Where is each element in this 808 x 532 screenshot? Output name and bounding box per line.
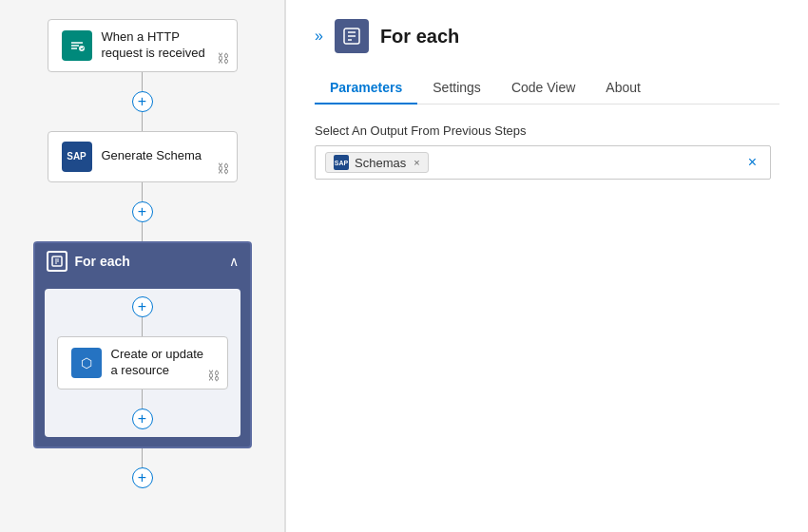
- http-icon: [62, 30, 92, 61]
- line: [142, 72, 144, 91]
- inner-connector-top: +: [132, 296, 153, 336]
- tab-about[interactable]: About: [590, 72, 656, 104]
- tab-settings[interactable]: Settings: [417, 72, 496, 104]
- add-inner-step-button-2[interactable]: +: [132, 408, 153, 429]
- tag-label: Schemas: [355, 156, 406, 170]
- add-step-button-2[interactable]: +: [132, 201, 153, 222]
- field-label: Select An Output From Previous Steps: [315, 124, 779, 138]
- svg-point-1: [79, 46, 85, 51]
- add-step-button-3[interactable]: +: [132, 467, 153, 488]
- tag-remove-button[interactable]: ×: [414, 157, 419, 168]
- foreach-icon: [47, 251, 67, 272]
- tab-bar: Parameters Settings Code View About: [315, 72, 779, 104]
- foreach-header[interactable]: For each ∧: [35, 243, 250, 279]
- http-request-node[interactable]: When a HTTP request is received ⛓: [48, 19, 238, 72]
- http-node-label: When a HTTP request is received: [102, 29, 223, 62]
- line: [142, 112, 144, 131]
- tab-parameters[interactable]: Parameters: [315, 72, 417, 104]
- workflow-canvas: When a HTTP request is received ⛓ + SAP …: [0, 0, 285, 532]
- generate-schema-node[interactable]: SAP Generate Schema ⛓: [48, 131, 238, 182]
- expand-button[interactable]: »: [315, 28, 323, 45]
- link-icon-2: ⛓: [217, 162, 229, 176]
- foreach-container: For each ∧ + ⬡ Create or update a resour…: [33, 241, 252, 448]
- inner-connector-bottom: +: [132, 390, 153, 429]
- foreach-inner: + ⬡ Create or update a resource ⛓ +: [45, 289, 240, 437]
- connector-2: +: [132, 182, 153, 241]
- schema-node-label: Generate Schema: [102, 148, 202, 164]
- sap-icon: SAP: [62, 142, 92, 172]
- chevron-right-icon: »: [315, 28, 323, 45]
- line: [142, 448, 144, 467]
- panel-title: For each: [380, 26, 459, 48]
- create-resource-node[interactable]: ⬡ Create or update a resource ⛓: [57, 336, 228, 390]
- collapse-button[interactable]: ∧: [229, 254, 239, 269]
- panel-header: » For each: [315, 19, 779, 53]
- line: [142, 182, 144, 201]
- schema-tag: SAP Schemas ×: [325, 152, 429, 173]
- foreach-header-left: For each: [47, 251, 130, 272]
- clear-button[interactable]: ×: [744, 154, 760, 171]
- foreach-title: For each: [75, 254, 130, 269]
- output-selector[interactable]: SAP Schemas × ×: [315, 145, 771, 180]
- connector-3: +: [132, 448, 153, 488]
- line: [142, 222, 144, 241]
- tab-code-view[interactable]: Code View: [496, 72, 590, 104]
- add-step-button-1[interactable]: +: [132, 91, 153, 112]
- link-icon: ⛓: [217, 51, 229, 66]
- panel-icon: [335, 19, 369, 53]
- tag-sap-icon: SAP: [334, 155, 349, 170]
- line: [142, 317, 144, 336]
- add-inner-step-button[interactable]: +: [132, 296, 153, 317]
- create-node-label: Create or update a resource: [111, 347, 214, 379]
- detail-panel: » For each Parameters Settings Code View…: [286, 0, 808, 532]
- link-icon-3: ⛓: [207, 369, 220, 383]
- line: [142, 390, 144, 408]
- cube-icon: ⬡: [71, 348, 102, 378]
- connector-1: +: [132, 72, 153, 131]
